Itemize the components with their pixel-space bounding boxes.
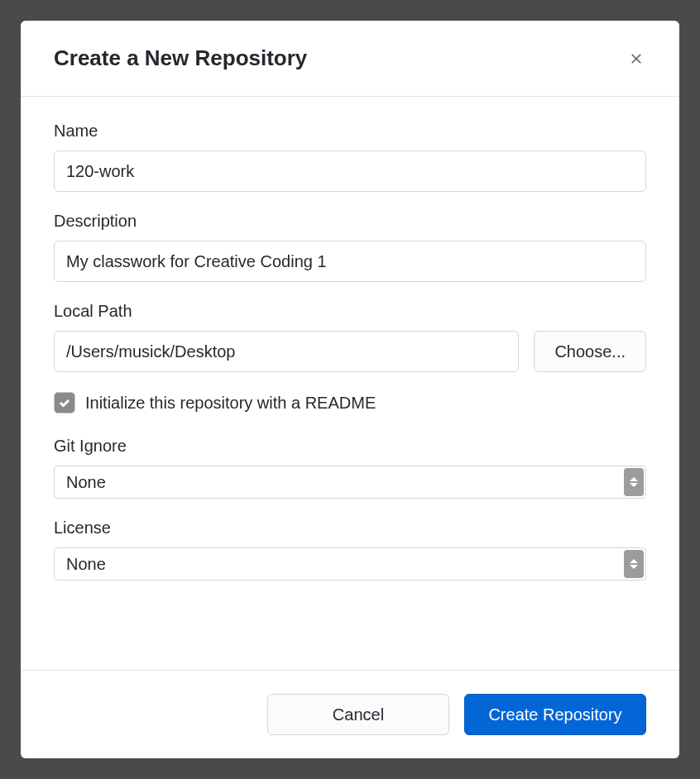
readme-checkbox[interactable]	[54, 392, 75, 413]
license-select[interactable]	[54, 547, 646, 581]
gitignore-label: Git Ignore	[54, 437, 646, 456]
license-field-group: License	[54, 519, 646, 581]
dialog-footer: Cancel Create Repository	[21, 670, 679, 758]
cancel-button[interactable]: Cancel	[267, 694, 449, 735]
local-path-label: Local Path	[54, 302, 646, 321]
name-input[interactable]	[54, 151, 646, 192]
local-path-field-group: Local Path Choose...	[54, 302, 646, 372]
choose-button[interactable]: Choose...	[534, 331, 646, 372]
dialog-header: Create a New Repository	[21, 21, 679, 97]
local-path-row: Choose...	[54, 331, 646, 372]
description-input[interactable]	[54, 241, 646, 282]
readme-checkbox-label[interactable]: Initialize this repository with a README	[85, 394, 376, 413]
checkmark-icon	[58, 396, 71, 409]
name-label: Name	[54, 122, 646, 141]
description-label: Description	[54, 212, 646, 231]
local-path-input[interactable]	[54, 331, 519, 372]
create-repository-dialog: Create a New Repository Name Description…	[21, 21, 679, 758]
close-button[interactable]	[626, 49, 646, 69]
gitignore-select[interactable]	[54, 466, 646, 499]
license-label: License	[54, 519, 646, 538]
close-icon	[628, 50, 645, 67]
create-repository-button[interactable]: Create Repository	[464, 694, 646, 735]
description-field-group: Description	[54, 212, 646, 282]
gitignore-select-wrap	[54, 466, 646, 499]
readme-checkbox-row: Initialize this repository with a README	[54, 392, 646, 413]
dialog-body: Name Description Local Path Choose... In…	[21, 97, 679, 670]
name-field-group: Name	[54, 122, 646, 192]
dialog-title: Create a New Repository	[54, 45, 307, 71]
gitignore-field-group: Git Ignore	[54, 437, 646, 499]
license-select-wrap	[54, 547, 646, 581]
